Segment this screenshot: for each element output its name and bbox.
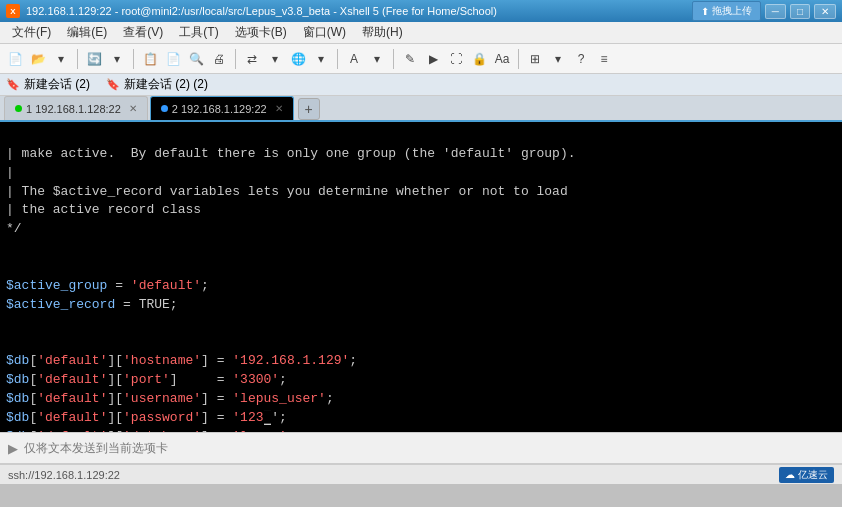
new-tab-button[interactable]: + <box>298 98 320 120</box>
open-dropdown[interactable]: ▾ <box>50 48 72 70</box>
bottom-bar: ▶ 仅将文本发送到当前选项卡 <box>0 432 842 464</box>
term-db-username: $db['default']['username'] = 'lepus_user… <box>6 391 334 406</box>
term-line-1: | make active. By default there is only … <box>6 146 576 161</box>
open-button[interactable]: 📂 <box>27 48 49 70</box>
menu-help[interactable]: 帮助(H) <box>354 22 411 43</box>
new-session-label-2[interactable]: 新建会话 (2) (2) <box>124 76 208 93</box>
term-line-2: | <box>6 165 14 180</box>
menu-edit[interactable]: 编辑(E) <box>59 22 115 43</box>
menu-tools[interactable]: 工具(T) <box>171 22 226 43</box>
new-session-label-1[interactable]: 新建会话 (2) <box>24 76 90 93</box>
send-icon: ▶ <box>8 441 18 456</box>
upload-icon: ⬆ <box>701 6 709 17</box>
upload-button[interactable]: ⬆ 拖拽上传 <box>692 1 761 21</box>
minimize-button[interactable]: ─ <box>765 4 786 19</box>
term-db-password: $db['default']['password'] = '123█'; <box>6 410 287 425</box>
status-bar: ssh://192.168.1.129:22 ☁ 亿速云 <box>0 464 842 484</box>
ssh-status-text: ssh://192.168.1.129:22 <box>8 469 120 481</box>
menu-view[interactable]: 查看(V) <box>115 22 171 43</box>
maximize-button[interactable]: □ <box>790 4 810 19</box>
toolbar: 📄 📂 ▾ 🔄 ▾ 📋 📄 🔍 🖨 ⇄ ▾ 🌐 ▾ A ▾ ✎ ▶ ⛶ 🔒 Aa… <box>0 44 842 74</box>
layout-button[interactable]: ⊞ <box>524 48 546 70</box>
paste-button[interactable]: 📄 <box>162 48 184 70</box>
session-bar: 🔖 新建会话 (2) 🔖 新建会话 (2) (2) <box>0 74 842 96</box>
close-button[interactable]: ✕ <box>814 4 836 19</box>
transfer-dropdown[interactable]: ▾ <box>264 48 286 70</box>
extra-button[interactable]: ≡ <box>593 48 615 70</box>
menu-tabs[interactable]: 选项卡(B) <box>227 22 295 43</box>
script-button[interactable]: ✎ <box>399 48 421 70</box>
send-to-tab-label: 仅将文本发送到当前选项卡 <box>24 440 834 457</box>
tab-2[interactable]: 2 192.168.1.129:22 ✕ <box>150 96 294 120</box>
terminal-area[interactable]: | make active. By default there is only … <box>0 122 842 432</box>
term-line-3: | The $active_record variables lets you … <box>6 184 568 199</box>
reconnect-button[interactable]: 🔄 <box>83 48 105 70</box>
app-icon: X <box>6 4 20 18</box>
layout-dropdown[interactable]: ▾ <box>547 48 569 70</box>
term-blank-1 <box>6 259 14 274</box>
term-blank-2 <box>6 334 14 349</box>
tab-close-1[interactable]: ✕ <box>129 103 137 114</box>
print-button[interactable]: 🖨 <box>208 48 230 70</box>
lock-button[interactable]: 🔒 <box>468 48 490 70</box>
fullscreen-button[interactable]: ⛶ <box>445 48 467 70</box>
tab-label-2: 2 192.168.1.129:22 <box>172 103 267 115</box>
term-db-database: $db['default']['database'] = 'lepus'; <box>6 429 295 433</box>
term-line-5: */ <box>6 221 22 236</box>
copy-button[interactable]: 📋 <box>139 48 161 70</box>
web-button[interactable]: 🌐 <box>287 48 309 70</box>
window-title: 192.168.1.129:22 - root@mini2:/usr/local… <box>26 5 497 17</box>
font-button[interactable]: A <box>343 48 365 70</box>
tabs-bar: 1 192.168.1.128:22 ✕ 2 192.168.1.129:22 … <box>0 96 842 122</box>
tab-close-2[interactable]: ✕ <box>275 103 283 114</box>
font-dropdown[interactable]: ▾ <box>366 48 388 70</box>
term-active-group: $active_group = 'default'; <box>6 278 209 293</box>
reconnect-dropdown[interactable]: ▾ <box>106 48 128 70</box>
session-icon-1: 🔖 <box>6 78 20 91</box>
brand-name: 亿速云 <box>798 468 828 482</box>
tab-1[interactable]: 1 192.168.1.128:22 ✕ <box>4 96 148 120</box>
play-button[interactable]: ▶ <box>422 48 444 70</box>
term-db-port: $db['default']['port'] = '3300'; <box>6 372 287 387</box>
tab-status-dot-1 <box>15 105 22 112</box>
session-icon-2: 🔖 <box>106 78 120 91</box>
encoding-button[interactable]: Aa <box>491 48 513 70</box>
help-button[interactable]: ? <box>570 48 592 70</box>
transfer-button[interactable]: ⇄ <box>241 48 263 70</box>
tab-status-dot-2 <box>161 105 168 112</box>
tab-label-1: 1 192.168.1.128:22 <box>26 103 121 115</box>
term-line-4: | the active record class <box>6 202 201 217</box>
new-session-button[interactable]: 📄 <box>4 48 26 70</box>
menu-file[interactable]: 文件(F) <box>4 22 59 43</box>
find-button[interactable]: 🔍 <box>185 48 207 70</box>
term-db-hostname: $db['default']['hostname'] = '192.168.1.… <box>6 353 357 368</box>
web-dropdown[interactable]: ▾ <box>310 48 332 70</box>
menu-bar: 文件(F) 编辑(E) 查看(V) 工具(T) 选项卡(B) 窗口(W) 帮助(… <box>0 22 842 44</box>
brand-icon: ☁ <box>785 469 795 480</box>
term-active-record: $active_record = TRUE; <box>6 297 178 312</box>
menu-window[interactable]: 窗口(W) <box>295 22 354 43</box>
title-bar: X 192.168.1.129:22 - root@mini2:/usr/loc… <box>0 0 842 22</box>
brand-logo: ☁ 亿速云 <box>779 467 834 483</box>
